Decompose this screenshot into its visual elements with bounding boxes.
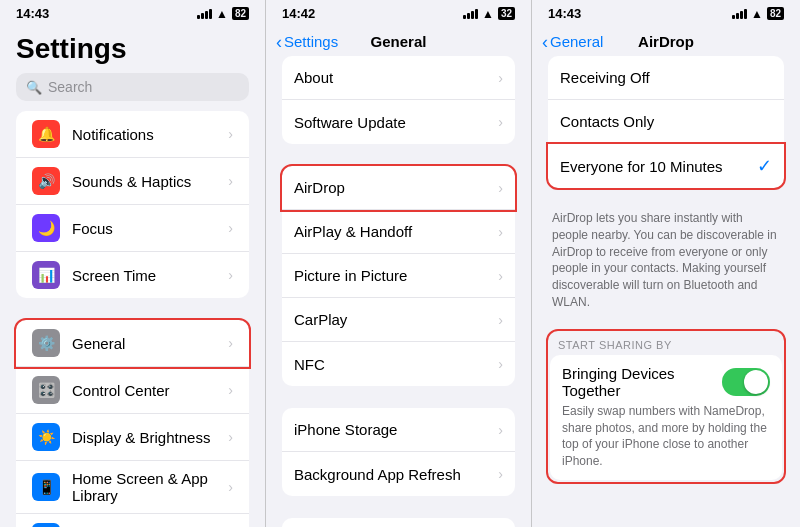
- chevron-icon: ›: [228, 126, 233, 142]
- cell-screen-time[interactable]: 📊 Screen Time ›: [16, 252, 249, 298]
- chevron-icon: ›: [498, 70, 503, 86]
- status-bar-left: 14:43 ▲ 82: [0, 0, 265, 25]
- back-chevron-icon: ‹: [542, 33, 548, 51]
- cell-control-center-label: Control Center: [72, 382, 224, 399]
- cell-software-update-label: Software Update: [294, 114, 498, 131]
- chevron-icon: ›: [498, 224, 503, 240]
- cell-home-screen-label: Home Screen & App Library: [72, 470, 224, 504]
- cell-receiving-off[interactable]: Receiving Off: [548, 56, 784, 100]
- general-title: General: [371, 33, 427, 50]
- cell-control-center[interactable]: 🎛️ Control Center ›: [16, 367, 249, 414]
- cell-airdrop-label: AirDrop: [294, 179, 498, 196]
- cell-accessibility[interactable]: ♿ Accessibility ›: [16, 514, 249, 527]
- cell-focus[interactable]: 🌙 Focus ›: [16, 205, 249, 252]
- chevron-icon: ›: [228, 479, 233, 495]
- bringing-devices-row: Bringing Devices Together: [562, 365, 770, 399]
- cell-home-screen[interactable]: 📱 Home Screen & App Library ›: [16, 461, 249, 514]
- bringing-devices-description: Easily swap numbers with NameDrop, share…: [562, 403, 770, 470]
- cell-carplay-label: CarPlay: [294, 311, 498, 328]
- receiving-group: Receiving Off Contacts Only Everyone for…: [548, 56, 784, 188]
- cell-nfc[interactable]: NFC ›: [282, 342, 515, 386]
- time-left: 14:43: [16, 6, 49, 21]
- cell-background-refresh[interactable]: Background App Refresh ›: [282, 452, 515, 496]
- airdrop-nav-header: ‹ General AirDrop: [532, 25, 800, 56]
- wifi-icon: ▲: [216, 7, 228, 21]
- cell-display[interactable]: ☀️ Display & Brightness ›: [16, 414, 249, 461]
- general-group-3: iPhone Storage › Background App Refresh …: [282, 408, 515, 496]
- cell-sounds[interactable]: 🔊 Sounds & Haptics ›: [16, 158, 249, 205]
- chevron-icon: ›: [498, 180, 503, 196]
- cell-notifications-label: Notifications: [72, 126, 224, 143]
- cell-airdrop[interactable]: AirDrop ›: [282, 166, 515, 210]
- cell-notifications[interactable]: 🔔 Notifications ›: [16, 111, 249, 158]
- wifi-icon: ▲: [482, 7, 494, 21]
- chevron-icon: ›: [228, 335, 233, 351]
- status-bar-right: 14:43 ▲ 82: [532, 0, 800, 25]
- settings-title: Settings: [0, 25, 265, 73]
- chevron-icon: ›: [228, 382, 233, 398]
- contacts-only-label: Contacts Only: [560, 113, 772, 130]
- general-nav-header: ‹ Settings General: [266, 25, 531, 56]
- cell-iphone-storage[interactable]: iPhone Storage ›: [282, 408, 515, 452]
- battery-icon: 82: [232, 7, 249, 20]
- back-button-settings[interactable]: ‹ Settings: [276, 33, 338, 51]
- bringing-devices-cell: Bringing Devices Together Easily swap nu…: [550, 355, 782, 480]
- wifi-icon: ▲: [751, 7, 763, 21]
- everyone-10min-label: Everyone for 10 Minutes: [560, 158, 757, 175]
- signal-icon: [463, 9, 478, 19]
- start-sharing-highlighted: START SHARING BY Bringing Devices Togeth…: [548, 331, 784, 482]
- general-group-2: AirDrop › AirPlay & Handoff › Picture in…: [282, 166, 515, 386]
- display-icon: ☀️: [32, 423, 60, 451]
- back-chevron-icon: ‹: [276, 33, 282, 51]
- checkmark-icon: ✓: [757, 155, 772, 177]
- airdrop-list: Receiving Off Contacts Only Everyone for…: [532, 56, 800, 527]
- cell-contacts-only[interactable]: Contacts Only: [548, 100, 784, 144]
- cell-nfc-label: NFC: [294, 356, 498, 373]
- cell-about[interactable]: About ›: [282, 56, 515, 100]
- status-icons-right: ▲ 82: [732, 7, 784, 21]
- cell-picture-in-picture[interactable]: Picture in Picture ›: [282, 254, 515, 298]
- general-group-4: Date & Time › Keyboard › Fonts › Languag…: [282, 518, 515, 527]
- chevron-icon: ›: [228, 267, 233, 283]
- cell-airplay-handoff[interactable]: AirPlay & Handoff ›: [282, 210, 515, 254]
- battery-icon: 82: [767, 7, 784, 20]
- receiving-off-label: Receiving Off: [560, 69, 772, 86]
- back-label-settings: Settings: [284, 33, 338, 50]
- cell-date-time[interactable]: Date & Time ›: [282, 518, 515, 527]
- status-bar-middle: 14:42 ▲ 32: [266, 0, 531, 25]
- settings-panel: 14:43 ▲ 82 Settings 🔍 Search 🔔 Notificat…: [0, 0, 266, 527]
- chevron-icon: ›: [498, 312, 503, 328]
- focus-icon: 🌙: [32, 214, 60, 242]
- cell-airplay-label: AirPlay & Handoff: [294, 223, 498, 240]
- general-panel: 14:42 ▲ 32 ‹ Settings General About ›: [266, 0, 532, 527]
- cell-everyone-10min[interactable]: Everyone for 10 Minutes ✓: [548, 144, 784, 188]
- cell-bg-refresh-label: Background App Refresh: [294, 466, 498, 483]
- cell-general[interactable]: ⚙️ General ›: [16, 320, 249, 367]
- search-icon: 🔍: [26, 80, 42, 95]
- cell-carplay[interactable]: CarPlay ›: [282, 298, 515, 342]
- chevron-icon: ›: [498, 356, 503, 372]
- general-list: About › Software Update › AirDrop › AirP…: [266, 56, 531, 527]
- control-center-icon: 🎛️: [32, 376, 60, 404]
- back-button-general[interactable]: ‹ General: [542, 33, 603, 51]
- search-placeholder: Search: [48, 79, 92, 95]
- chevron-icon: ›: [498, 422, 503, 438]
- cell-sounds-label: Sounds & Haptics: [72, 173, 224, 190]
- time-middle: 14:42: [282, 6, 315, 21]
- chevron-icon: ›: [228, 173, 233, 189]
- chevron-icon: ›: [498, 466, 503, 482]
- status-icons-left: ▲ 82: [197, 7, 249, 21]
- bringing-devices-toggle[interactable]: [722, 368, 770, 396]
- search-bar[interactable]: 🔍 Search: [16, 73, 249, 101]
- screen-time-icon: 📊: [32, 261, 60, 289]
- cell-display-label: Display & Brightness: [72, 429, 224, 446]
- settings-group-2: ⚙️ General › 🎛️ Control Center › ☀️ Disp…: [0, 320, 265, 527]
- toggle-knob: [744, 370, 768, 394]
- time-right: 14:43: [548, 6, 581, 21]
- status-icons-middle: ▲ 32: [463, 7, 515, 21]
- chevron-icon: ›: [228, 220, 233, 236]
- cell-software-update[interactable]: Software Update ›: [282, 100, 515, 144]
- settings-group-1: 🔔 Notifications › 🔊 Sounds & Haptics › 🌙…: [0, 111, 265, 298]
- signal-icon: [732, 9, 747, 19]
- settings-list: 🔔 Notifications › 🔊 Sounds & Haptics › 🌙…: [0, 111, 265, 527]
